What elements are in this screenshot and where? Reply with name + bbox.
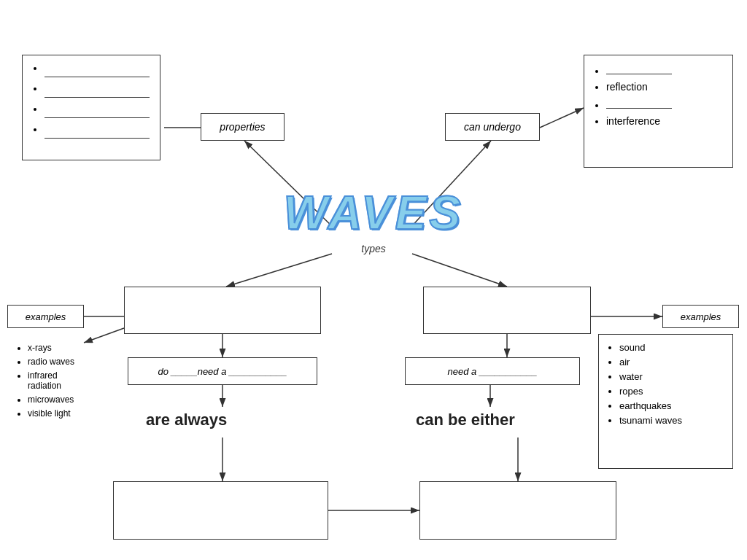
reflection-item: reflection [606,81,722,93]
example-right-item: tsunami waves [619,415,725,426]
types-label: types [361,243,385,254]
canundergo-label-box: can undergo [445,113,540,141]
type-right-box [423,287,591,334]
example-right-item: earthquakes [619,400,725,411]
svg-line-6 [226,254,332,287]
properties-label: properties [220,121,265,133]
doneed-label: do _____need a ___________ [158,366,287,377]
example-right-item: air [619,357,725,368]
svg-line-3 [540,108,584,128]
need-label: need a ___________ [448,366,538,377]
example-right-item: sound [619,342,725,353]
canundergo-label: can undergo [464,121,521,133]
diagram: WAVES types properties can undergo refle… [0,0,747,560]
doneed-label-box: do _____need a ___________ [128,357,317,385]
svg-line-7 [412,254,507,287]
type-left-box [124,287,321,334]
examples-right-label-box: examples [662,305,739,328]
bottom-right-box [419,481,616,540]
example-right-item: water [619,371,725,382]
properties-label-box: properties [201,113,285,141]
reflection-list-box: reflection interference [584,55,733,168]
example-right-item: ropes [619,386,725,397]
example-left-item: visible light [28,408,102,419]
interference-item: interference [606,115,722,127]
bottom-left-box [113,481,328,540]
waves-title: WAVES [284,186,463,240]
properties-list-box [22,55,160,160]
example-left-item: x-rays [28,343,102,353]
examples-left-list: x-rays radio waves infraredradiation mic… [7,335,109,448]
examples-right-list: sound air water ropes earthquakes tsunam… [598,334,733,469]
canbeeither-text: can be either [416,411,515,429]
examples-left-label-box: examples [7,305,84,328]
example-left-item: microwaves [28,394,102,405]
example-left-item: radio waves [28,357,102,367]
examples-right-label: examples [681,311,721,322]
arealways-text: are always [146,411,227,429]
example-left-item: infraredradiation [28,370,102,391]
need-label-box: need a ___________ [405,357,580,385]
examples-left-label: examples [26,311,66,322]
